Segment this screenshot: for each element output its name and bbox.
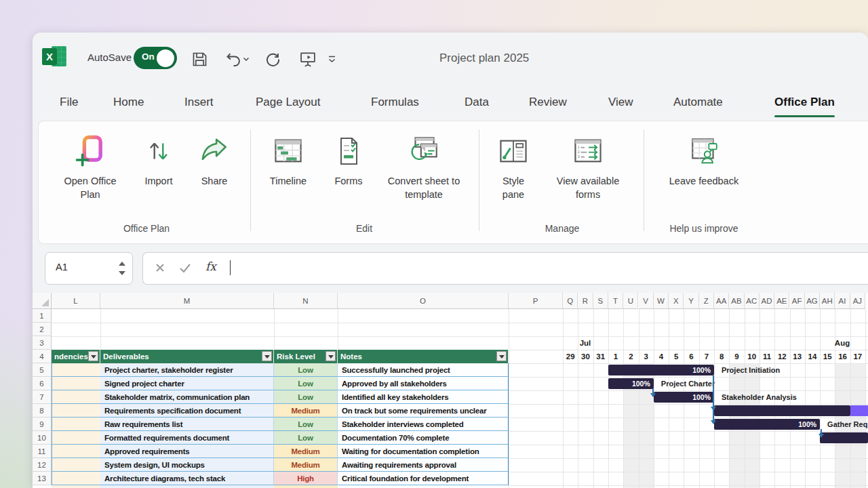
column-header-AC[interactable]: AC [745, 293, 760, 309]
cell-notes-row6[interactable]: Approved by all stakeholders [338, 377, 509, 390]
excel-logo-icon[interactable]: X [42, 45, 66, 68]
cell-clipped-row14[interactable] [338, 485, 509, 488]
gantt-day-header[interactable]: 1 [608, 350, 623, 363]
table-header-notes[interactable]: Notes [338, 350, 509, 363]
cell-clipped-row14[interactable] [100, 485, 274, 488]
column-header-AJ[interactable]: AJ [850, 293, 865, 309]
row-header-7[interactable]: 7 [33, 390, 52, 404]
enter-check-icon[interactable] [178, 262, 192, 274]
cell-dependencies-row10[interactable] [52, 431, 100, 445]
cell-dependencies-row5[interactable] [52, 363, 100, 377]
row-header-13[interactable]: 13 [33, 472, 52, 485]
column-header-AF[interactable]: AF [790, 293, 805, 309]
gantt-day-header[interactable]: 8 [714, 350, 729, 363]
tab-insert[interactable]: Insert [184, 96, 214, 109]
gantt-day-header[interactable]: 6 [684, 350, 698, 363]
gantt-day-header[interactable]: 4 [654, 350, 669, 363]
cell-risk-level-row10[interactable]: Low [274, 431, 338, 445]
column-header-AB[interactable]: AB [729, 293, 744, 309]
gantt-bar-row9[interactable]: 100% [714, 419, 820, 430]
cell-risk-level-row5[interactable]: Low [274, 363, 338, 377]
gantt-day-header[interactable]: 30 [578, 350, 593, 363]
table-header-deliverables[interactable]: Deliverables [100, 350, 274, 363]
cell-dependencies-row12[interactable] [52, 458, 100, 472]
gantt-day-header[interactable]: 31 [593, 350, 608, 363]
row-header-10[interactable]: 10 [33, 431, 52, 445]
column-header-AA[interactable]: AA [714, 293, 729, 309]
cell-deliverables-row5[interactable]: Project charter, stakeholder register [100, 363, 274, 377]
column-header-Z[interactable]: Z [699, 293, 714, 309]
tab-home[interactable]: Home [113, 96, 144, 109]
tab-data[interactable]: Data [465, 96, 489, 109]
gantt-bar-row6[interactable]: 100% [608, 378, 654, 389]
cell-deliverables-row11[interactable]: Approved requirements [100, 445, 274, 458]
column-header-N[interactable]: N [274, 293, 338, 309]
ribbon-button-share[interactable]: Share [187, 131, 241, 188]
cell-notes-row10[interactable]: Documentation 70% complete [338, 431, 509, 445]
column-header-X[interactable]: X [669, 293, 684, 309]
ribbon-collapse-chevron-icon[interactable] [324, 48, 339, 70]
gantt-day-header[interactable]: 13 [790, 350, 805, 363]
gantt-day-header[interactable]: 11 [760, 350, 774, 363]
gantt-bar-row8[interactable] [714, 405, 850, 416]
cell-deliverables-row13[interactable]: Architecture diagrams, tech stack [100, 472, 274, 485]
cancel-icon[interactable] [154, 262, 166, 274]
cell-notes-row9[interactable]: Stakeholder interviews completed [338, 418, 509, 431]
column-header-V[interactable]: V [639, 293, 654, 309]
gantt-day-header[interactable]: 10 [745, 350, 760, 363]
tab-office-plan[interactable]: Office Plan [774, 96, 835, 109]
row-header-6[interactable]: 6 [33, 377, 52, 390]
cell-notes-row12[interactable]: Awaiting requirements approval [338, 458, 509, 472]
autosave-toggle[interactable]: On [134, 47, 177, 69]
cell-deliverables-row6[interactable]: Signed project charter [100, 377, 274, 390]
cell-deliverables-row7[interactable]: Stakeholder matrix, communication plan [100, 390, 274, 404]
ribbon-button-view-available-forms[interactable]: 123 View available forms [545, 131, 631, 201]
column-header-O[interactable]: O [338, 293, 509, 309]
tab-automate[interactable]: Automate [673, 96, 723, 109]
name-box[interactable]: A1 [45, 252, 133, 285]
row-header-3[interactable]: 3 [33, 336, 52, 350]
gantt-day-header[interactable]: 16 [835, 350, 850, 363]
document-title[interactable]: Project plan 2025 [439, 52, 529, 65]
gantt-bar-row10[interactable] [820, 432, 868, 443]
column-header-AE[interactable]: AE [774, 293, 789, 309]
row-header-2[interactable]: 2 [33, 323, 52, 336]
row-header-5[interactable]: 5 [33, 363, 52, 377]
tab-review[interactable]: Review [529, 96, 567, 109]
column-header-P[interactable]: P [509, 293, 563, 309]
slideshow-icon[interactable] [297, 48, 319, 70]
undo-chevron-down-icon[interactable] [240, 48, 252, 70]
cell-notes-row11[interactable]: Waiting for documentation completion [338, 445, 509, 458]
cell-risk-level-row6[interactable]: Low [274, 377, 338, 390]
row-header-12[interactable]: 12 [33, 458, 52, 472]
ribbon-button-forms[interactable]: Forms [321, 131, 376, 188]
table-header-ndencies[interactable]: ndencies [52, 350, 100, 363]
gantt-day-header[interactable]: 12 [774, 350, 789, 363]
name-box-spinner-down-icon[interactable] [119, 271, 125, 275]
cell-notes-row8[interactable]: On track but some requirements unclear [338, 404, 509, 418]
gantt-day-header[interactable]: 15 [820, 350, 835, 363]
cell-dependencies-row8[interactable] [52, 404, 100, 418]
column-header-R[interactable]: R [578, 293, 593, 309]
select-all-corner[interactable] [33, 293, 52, 309]
cell-dependencies-row7[interactable] [52, 390, 100, 404]
cell-dependencies-row11[interactable] [52, 445, 100, 458]
ribbon-button-open-office-plan[interactable]: Open Office Plan [56, 131, 124, 201]
filter-dropdown-icon[interactable] [88, 351, 98, 361]
cell-notes-row7[interactable]: Identified all key stakeholders [338, 390, 509, 404]
row-header-1[interactable]: 1 [33, 309, 52, 323]
gantt-day-header[interactable]: 2 [623, 350, 638, 363]
column-header-W[interactable]: W [654, 293, 669, 309]
column-header-Y[interactable]: Y [684, 293, 698, 309]
tab-formulas[interactable]: Formulas [371, 96, 419, 109]
redo-icon[interactable] [262, 48, 283, 70]
column-header-M[interactable]: M [100, 293, 274, 309]
cell-notes-row13[interactable]: Critical foundation for development [338, 472, 509, 485]
column-header-S[interactable]: S [593, 293, 608, 309]
gantt-bar-row5[interactable]: 100% [608, 365, 714, 375]
column-header-AD[interactable]: AD [760, 293, 774, 309]
cell-risk-level-row8[interactable]: Medium [274, 404, 338, 418]
gantt-day-header[interactable]: 9 [729, 350, 744, 363]
ribbon-button-style-pane[interactable]: Style pane [494, 131, 532, 201]
cell-dependencies-row13[interactable] [52, 472, 100, 485]
